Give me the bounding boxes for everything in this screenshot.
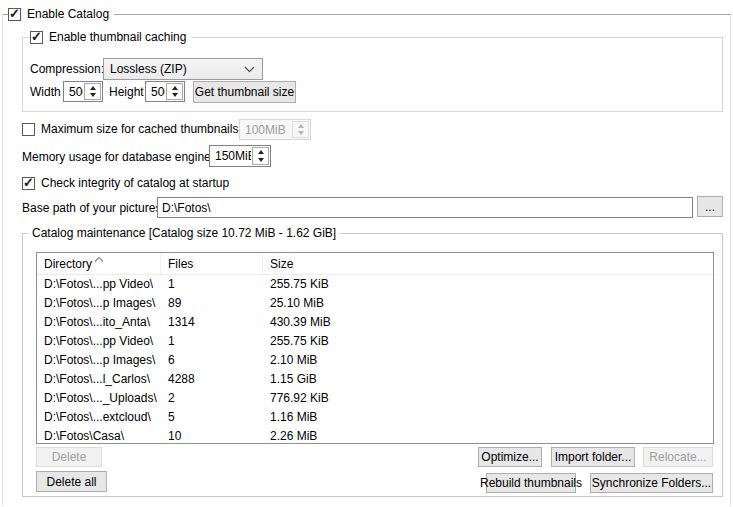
table-row[interactable]: D:\Fotos\...extcloud\ 5 1.16 MiB xyxy=(37,408,713,427)
table-row[interactable]: D:\Fotos\..._Uploads\ 2 776.92 KiB xyxy=(37,389,713,408)
spin-down-icon xyxy=(298,131,304,135)
height-value: 500 xyxy=(146,82,165,101)
size-cell: 776.92 KiB xyxy=(263,389,713,408)
width-label: Width xyxy=(30,85,61,100)
size-cell: 255.75 KiB xyxy=(263,275,713,294)
catalog-maintenance-title: Catalog maintenance [Catalog size 10.72 … xyxy=(28,226,340,240)
checkbox-box-icon xyxy=(22,123,35,136)
files-cell: 2 xyxy=(161,389,263,408)
directory-cell: D:\Fotos\...ito_Anta\ xyxy=(37,313,161,332)
table-row[interactable]: D:\Fotos\...pp Video\ 1 255.75 KiB xyxy=(37,332,713,351)
sort-ascending-icon xyxy=(93,252,105,266)
spin-down-icon xyxy=(258,158,264,162)
memory-usage-value: 150MiB xyxy=(210,146,251,166)
files-cell: 89 xyxy=(161,294,263,313)
memory-usage-spinner[interactable]: 150MiB xyxy=(209,145,271,167)
settings-panel: Enable Catalog Enable thumbnail caching … xyxy=(0,0,733,507)
spin-up-icon xyxy=(258,150,264,154)
max-cached-size-label: Maximum size for cached thumbnails xyxy=(41,122,238,136)
enable-catalog-checkbox[interactable]: Enable Catalog xyxy=(8,6,114,22)
files-cell: 6 xyxy=(161,351,263,370)
spin-buttons xyxy=(84,83,101,100)
table-row[interactable]: D:\Fotos\...p Images\ 89 25.10 MiB xyxy=(37,294,713,313)
spin-up-button[interactable] xyxy=(167,84,182,92)
table-row[interactable]: D:\Fotos\...ito_Anta\ 1314 430.39 MiB xyxy=(37,313,713,332)
size-cell: 2.10 MiB xyxy=(263,351,713,370)
size-cell: 430.39 MiB xyxy=(263,313,713,332)
max-cached-size-spinner: 100MiB xyxy=(239,119,311,140)
compression-selected-value: Lossless (ZIP) xyxy=(110,62,187,76)
spin-up-icon xyxy=(90,86,96,90)
delete-all-button[interactable]: Delete all xyxy=(36,471,107,492)
import-folder-button[interactable]: Import folder... xyxy=(551,447,635,467)
directory-cell: D:\Fotos\...pp Video\ xyxy=(37,275,161,294)
column-header-size[interactable]: Size xyxy=(263,253,713,274)
synchronize-folders-button[interactable]: Synchronize Folders... xyxy=(590,473,713,493)
spin-down-icon xyxy=(90,93,96,97)
table-row[interactable]: D:\Fotos\Casa\ 10 2.26 MiB xyxy=(37,427,713,444)
enable-thumbnail-caching-checkbox[interactable]: Enable thumbnail caching xyxy=(30,29,191,45)
delete-button: Delete xyxy=(36,447,102,467)
directory-cell: D:\Fotos\...p Images\ xyxy=(37,294,161,313)
files-cell: 5 xyxy=(161,408,263,427)
spin-down-button xyxy=(293,130,308,138)
spin-down-button[interactable] xyxy=(85,92,100,100)
table-row[interactable]: D:\Fotos\...l_Carlos\ 4288 1.15 GiB xyxy=(37,370,713,389)
files-cell: 1 xyxy=(161,332,263,351)
directory-cell: D:\Fotos\...p Images\ xyxy=(37,351,161,370)
spin-down-button[interactable] xyxy=(167,92,182,100)
spin-buttons xyxy=(166,83,183,100)
base-path-input[interactable] xyxy=(157,197,693,218)
directory-cell: D:\Fotos\Casa\ xyxy=(37,427,161,444)
spin-buttons xyxy=(252,147,269,165)
size-cell: 255.75 KiB xyxy=(263,332,713,351)
width-value: 500 xyxy=(64,82,83,101)
enable-catalog-label: Enable Catalog xyxy=(27,7,109,21)
width-spinner[interactable]: 500 xyxy=(63,81,103,102)
spin-up-button xyxy=(293,122,308,130)
files-cell: 10 xyxy=(161,427,263,444)
spin-down-button[interactable] xyxy=(253,156,268,164)
directory-table: Directory Files Size D:\Fotos\...pp Vide… xyxy=(36,252,714,444)
compression-select[interactable]: Lossless (ZIP) xyxy=(103,58,263,80)
chevron-down-icon xyxy=(244,66,255,73)
browse-button[interactable]: ... xyxy=(697,196,723,217)
compression-label: Compression: xyxy=(30,62,104,77)
enable-thumbnail-caching-label: Enable thumbnail caching xyxy=(49,30,186,44)
table-row[interactable]: D:\Fotos\...pp Video\ 1 255.75 KiB xyxy=(37,275,713,294)
checkbox-box-icon xyxy=(8,8,21,21)
directory-cell: D:\Fotos\...l_Carlos\ xyxy=(37,370,161,389)
files-cell: 4288 xyxy=(161,370,263,389)
check-integrity-label: Check integrity of catalog at startup xyxy=(41,176,229,190)
spin-buttons xyxy=(292,121,309,138)
column-header-files[interactable]: Files xyxy=(161,253,263,274)
spin-up-button[interactable] xyxy=(253,148,268,156)
checkbox-box-icon xyxy=(30,31,43,44)
spin-up-icon xyxy=(298,124,304,128)
directory-cell: D:\Fotos\...extcloud\ xyxy=(37,408,161,427)
size-cell: 25.10 MiB xyxy=(263,294,713,313)
height-spinner[interactable]: 500 xyxy=(145,81,185,102)
spin-up-icon xyxy=(172,86,178,90)
optimize-button[interactable]: Optimize... xyxy=(478,447,542,467)
table-row[interactable]: D:\Fotos\...p Images\ 6 2.10 MiB xyxy=(37,351,713,370)
check-integrity-checkbox[interactable]: Check integrity of catalog at startup xyxy=(22,175,234,191)
size-cell: 2.26 MiB xyxy=(263,427,713,444)
base-path-label: Base path of your pictures xyxy=(22,201,161,216)
height-label: Height xyxy=(109,85,144,100)
directory-cell: D:\Fotos\..._Uploads\ xyxy=(37,389,161,408)
memory-usage-label: Memory usage for database engine xyxy=(22,150,211,165)
size-cell: 1.15 GiB xyxy=(263,370,713,389)
max-cached-size-checkbox[interactable]: Maximum size for cached thumbnails xyxy=(22,121,243,137)
size-cell: 1.16 MiB xyxy=(263,408,713,427)
table-header: Directory Files Size xyxy=(37,253,713,275)
checkbox-box-icon xyxy=(22,177,35,190)
get-thumbnail-size-button[interactable]: Get thumbnail size xyxy=(193,81,296,103)
relocate-button: Relocate... xyxy=(643,447,713,467)
spin-down-icon xyxy=(172,93,178,97)
directory-cell: D:\Fotos\...pp Video\ xyxy=(37,332,161,351)
rebuild-thumbnails-button[interactable]: Rebuild thumbnails xyxy=(486,473,576,493)
spin-up-button[interactable] xyxy=(85,84,100,92)
max-cached-size-value: 100MiB xyxy=(240,120,291,139)
files-cell: 1314 xyxy=(161,313,263,332)
